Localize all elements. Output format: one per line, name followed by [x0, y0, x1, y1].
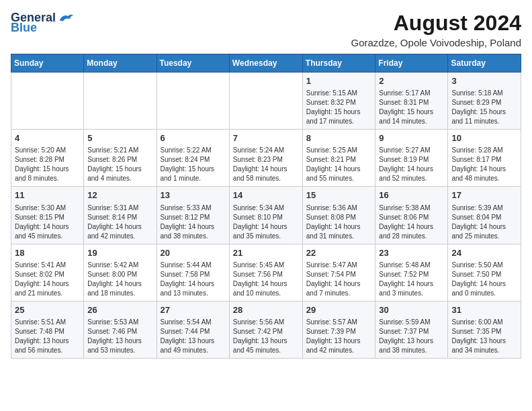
- day-info: Daylight: 13 hours and 38 minutes.: [379, 336, 444, 355]
- day-number: 26: [87, 304, 152, 316]
- day-info: Sunrise: 5:38 AM: [379, 203, 444, 213]
- day-of-week-header: Saturday: [448, 54, 521, 73]
- day-of-week-header: Thursday: [302, 54, 375, 73]
- day-info: Sunrise: 5:54 AM: [161, 318, 226, 327]
- day-info: Daylight: 14 hours and 45 minutes.: [15, 222, 80, 241]
- day-info: Daylight: 14 hours and 58 minutes.: [233, 165, 299, 183]
- day-number: 13: [161, 189, 226, 201]
- day-info: Daylight: 14 hours and 52 minutes.: [379, 165, 444, 183]
- day-info: Sunrise: 5:27 AM: [379, 146, 444, 155]
- day-info: Sunrise: 5:25 AM: [306, 146, 372, 155]
- day-number: 18: [15, 247, 80, 259]
- day-info: Sunset: 8:04 PM: [451, 213, 517, 222]
- calendar-cell: 10Sunrise: 5:28 AMSunset: 8:17 PMDayligh…: [448, 130, 521, 187]
- day-of-week-header: Friday: [375, 54, 448, 73]
- day-info: Daylight: 13 hours and 49 minutes.: [161, 336, 226, 355]
- day-number: 6: [161, 132, 226, 144]
- day-info: Daylight: 13 hours and 45 minutes.: [233, 336, 299, 355]
- day-info: Sunrise: 5:56 AM: [233, 318, 299, 327]
- day-info: Sunset: 8:24 PM: [161, 155, 226, 165]
- day-info: Sunrise: 5:33 AM: [161, 203, 226, 213]
- day-info: Daylight: 14 hours and 10 minutes.: [233, 279, 299, 298]
- logo-blue-text: Blue: [11, 21, 37, 35]
- calendar-body: 1Sunrise: 5:15 AMSunset: 8:32 PMDaylight…: [11, 73, 521, 359]
- day-info: Sunrise: 5:20 AM: [15, 146, 80, 155]
- day-number: 31: [451, 304, 517, 316]
- day-number: 14: [233, 189, 299, 201]
- title-block: August 2024 Gorazdze, Opole Voivodeship,…: [351, 11, 522, 48]
- day-info: Daylight: 14 hours and 18 minutes.: [87, 279, 152, 298]
- calendar-cell: 9Sunrise: 5:27 AMSunset: 8:19 PMDaylight…: [375, 130, 448, 187]
- calendar-cell: 14Sunrise: 5:34 AMSunset: 8:10 PMDayligh…: [229, 187, 302, 244]
- day-info: Sunset: 7:58 PM: [161, 270, 226, 279]
- day-info: Sunset: 8:29 PM: [451, 98, 517, 107]
- day-info: Sunset: 8:23 PM: [233, 155, 299, 165]
- day-info: Sunset: 8:26 PM: [87, 155, 152, 165]
- calendar-cell: 6Sunrise: 5:22 AMSunset: 8:24 PMDaylight…: [157, 130, 229, 187]
- calendar-cell: 24Sunrise: 5:50 AMSunset: 7:50 PMDayligh…: [448, 244, 521, 301]
- day-info: Daylight: 15 hours and 11 minutes.: [451, 107, 517, 126]
- day-of-week-header: Sunday: [11, 54, 84, 73]
- day-info: Daylight: 14 hours and 35 minutes.: [233, 222, 299, 241]
- calendar-table: SundayMondayTuesdayWednesdayThursdayFrid…: [11, 54, 521, 359]
- day-info: Sunset: 8:17 PM: [451, 155, 517, 165]
- day-number: 24: [451, 247, 517, 259]
- day-info: Sunset: 7:56 PM: [233, 270, 299, 279]
- day-info: Sunrise: 5:15 AM: [306, 89, 372, 98]
- day-info: Daylight: 14 hours and 31 minutes.: [306, 222, 372, 241]
- day-info: Daylight: 15 hours and 17 minutes.: [306, 107, 372, 126]
- calendar-cell: 8Sunrise: 5:25 AMSunset: 8:21 PMDaylight…: [302, 130, 375, 187]
- day-info: Sunrise: 5:39 AM: [451, 203, 517, 213]
- day-info: Sunset: 8:12 PM: [161, 213, 226, 222]
- calendar-cell: 12Sunrise: 5:31 AMSunset: 8:14 PMDayligh…: [84, 187, 157, 244]
- day-info: Sunrise: 5:22 AM: [161, 146, 226, 155]
- day-info: Sunset: 8:32 PM: [306, 98, 372, 107]
- calendar-cell: 19Sunrise: 5:42 AMSunset: 8:00 PMDayligh…: [84, 244, 157, 301]
- day-info: Daylight: 14 hours and 38 minutes.: [161, 222, 226, 241]
- day-info: Sunrise: 5:51 AM: [15, 318, 80, 327]
- calendar-cell: 31Sunrise: 6:00 AMSunset: 7:35 PMDayligh…: [448, 301, 521, 358]
- day-of-week-header: Wednesday: [229, 54, 302, 73]
- calendar-cell: 21Sunrise: 5:45 AMSunset: 7:56 PMDayligh…: [229, 244, 302, 301]
- day-info: Daylight: 14 hours and 7 minutes.: [306, 279, 372, 298]
- page-title: August 2024: [351, 11, 522, 36]
- calendar-cell: 27Sunrise: 5:54 AMSunset: 7:44 PMDayligh…: [157, 301, 229, 358]
- day-info: Sunrise: 5:17 AM: [379, 89, 444, 98]
- day-info: Sunset: 8:10 PM: [233, 213, 299, 222]
- day-info: Daylight: 13 hours and 53 minutes.: [87, 336, 152, 355]
- day-info: Sunrise: 5:57 AM: [306, 318, 372, 327]
- calendar-week-row: 25Sunrise: 5:51 AMSunset: 7:48 PMDayligh…: [11, 301, 521, 358]
- calendar-cell: 7Sunrise: 5:24 AMSunset: 8:23 PMDaylight…: [229, 130, 302, 187]
- day-info: Sunrise: 5:31 AM: [87, 203, 152, 213]
- day-info: Sunset: 8:02 PM: [15, 270, 80, 279]
- day-info: Sunrise: 5:44 AM: [161, 261, 226, 270]
- day-info: Sunset: 7:39 PM: [306, 327, 372, 336]
- day-number: 5: [87, 132, 152, 144]
- day-info: Sunrise: 5:28 AM: [451, 146, 517, 155]
- day-number: 11: [15, 189, 80, 201]
- day-info: Sunset: 8:19 PM: [379, 155, 444, 165]
- day-number: 7: [233, 132, 299, 144]
- calendar-cell: 23Sunrise: 5:48 AMSunset: 7:52 PMDayligh…: [375, 244, 448, 301]
- calendar-week-row: 1Sunrise: 5:15 AMSunset: 8:32 PMDaylight…: [11, 73, 521, 130]
- calendar-week-row: 18Sunrise: 5:41 AMSunset: 8:02 PMDayligh…: [11, 244, 521, 301]
- page-subtitle: Gorazdze, Opole Voivodeship, Poland: [351, 37, 522, 48]
- day-number: 17: [451, 189, 517, 201]
- day-info: Sunset: 7:54 PM: [306, 270, 372, 279]
- day-info: Daylight: 14 hours and 48 minutes.: [451, 165, 517, 183]
- day-number: 15: [306, 189, 372, 201]
- day-info: Daylight: 14 hours and 25 minutes.: [451, 222, 517, 241]
- day-info: Sunrise: 5:34 AM: [233, 203, 299, 213]
- day-info: Sunset: 7:52 PM: [379, 270, 444, 279]
- day-number: 30: [379, 304, 444, 316]
- day-of-week-header: Tuesday: [157, 54, 229, 73]
- calendar-cell: [157, 73, 229, 130]
- day-of-week-header: Monday: [84, 54, 157, 73]
- day-info: Sunset: 7:46 PM: [87, 327, 152, 336]
- day-number: 8: [306, 132, 372, 144]
- day-info: Daylight: 14 hours and 42 minutes.: [87, 222, 152, 241]
- day-info: Sunrise: 5:41 AM: [15, 261, 80, 270]
- calendar-cell: 11Sunrise: 5:30 AMSunset: 8:15 PMDayligh…: [11, 187, 84, 244]
- day-info: Daylight: 14 hours and 3 minutes.: [379, 279, 444, 298]
- calendar-cell: 1Sunrise: 5:15 AMSunset: 8:32 PMDaylight…: [302, 73, 375, 130]
